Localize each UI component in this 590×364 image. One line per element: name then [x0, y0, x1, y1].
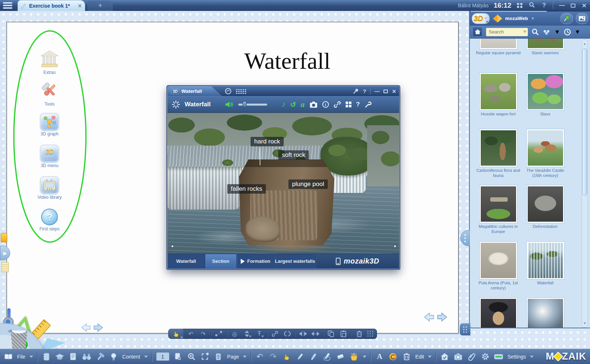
align-top-icon[interactable]: Ŧ: [255, 330, 264, 338]
viewer-tab-formation[interactable]: Formation: [237, 254, 275, 268]
pin-panel-button[interactable]: [560, 13, 573, 24]
gear-icon[interactable]: [480, 352, 490, 361]
file-menu-dropdown-icon[interactable]: [30, 356, 33, 358]
apps-grid-icon[interactable]: [516, 3, 523, 8]
media-item-thumbnail[interactable]: [526, 297, 565, 328]
link-icon[interactable]: [334, 101, 341, 108]
pin-icon[interactable]: [353, 88, 359, 94]
media-item[interactable]: Slavic warriors: [522, 39, 569, 56]
volume-slider-thumb[interactable]: [243, 101, 247, 107]
hammer-tool-icon[interactable]: [95, 352, 105, 361]
pen-holder-dropdown-icon[interactable]: [363, 356, 366, 358]
homework-icon[interactable]: [440, 352, 449, 361]
media-item[interactable]: Pula Arena (Pula, 1st century): [475, 241, 522, 290]
media-item-thumbnail[interactable]: [479, 39, 518, 50]
attachment-icon[interactable]: [467, 352, 476, 361]
media-item-thumbnail[interactable]: [526, 39, 565, 50]
next-page-arrow[interactable]: [93, 323, 103, 333]
redo-icon[interactable]: ↷: [198, 330, 208, 338]
highlighter-tool-icon[interactable]: [322, 352, 332, 361]
redo-icon[interactable]: ↷: [268, 352, 278, 361]
copy-icon[interactable]: [326, 330, 336, 338]
launcher-item-3d-menu[interactable]: 3D• • • 3D menu: [28, 145, 71, 168]
media-item[interactable]: Megalithic cultures in Europe: [475, 185, 522, 234]
settings-menu-dropdown-icon[interactable]: [530, 356, 534, 358]
labels-toggle-icon[interactable]: a: [301, 100, 305, 109]
community-dropdown-icon[interactable]: ▼: [554, 29, 560, 35]
paste-icon[interactable]: [339, 330, 348, 338]
mozaik-content-icon[interactable]: [388, 352, 398, 361]
document-tab[interactable]: Exercise book 1* ✕: [17, 0, 85, 11]
viewer-titlebar[interactable]: 3D Waterfall ? — ✕: [168, 86, 399, 96]
file-menu[interactable]: File: [17, 354, 25, 360]
pen-tool-icon[interactable]: [295, 352, 305, 361]
source-dropdown-icon[interactable]: ▼: [531, 16, 535, 20]
settings-menu[interactable]: Settings: [507, 354, 526, 360]
content-menu[interactable]: Content: [122, 354, 140, 360]
scroll-up-icon[interactable]: ▲: [582, 40, 587, 47]
undo-icon[interactable]: ↶: [186, 330, 196, 338]
community-icon[interactable]: [542, 28, 551, 36]
panel-corner-grip[interactable]: [460, 323, 471, 336]
arrange-vertical-icon[interactable]: [242, 330, 252, 338]
viewer-minimize-icon[interactable]: —: [374, 88, 379, 94]
history-dropdown-icon[interactable]: ▼: [575, 29, 581, 35]
media-scrollbar[interactable]: ▲ ▼: [582, 39, 588, 328]
media-item-thumbnail[interactable]: [479, 185, 518, 223]
add-page-icon[interactable]: [173, 352, 183, 361]
trash-icon[interactable]: [402, 352, 411, 361]
scene-nav-dot[interactable]: [393, 245, 397, 248]
media-item-thumbnail[interactable]: [526, 72, 565, 111]
text-tool[interactable]: A: [375, 352, 384, 361]
close-app-icon[interactable]: ✕: [581, 2, 588, 9]
search-scope-dropdown-icon[interactable]: [523, 31, 527, 33]
ungroup-icon[interactable]: [283, 330, 292, 338]
booklet-icon[interactable]: [42, 352, 51, 361]
globe-icon[interactable]: [225, 88, 231, 94]
media-item-thumbnail[interactable]: [479, 129, 518, 167]
scrollbar-thumb[interactable]: [582, 48, 587, 195]
viewer-tab-largest-waterfalls[interactable]: Largest waterfalls: [275, 254, 316, 268]
prev-page-arrow[interactable]: [424, 312, 434, 323]
views-grid-icon[interactable]: [346, 102, 351, 107]
viewer-close-icon[interactable]: ✕: [392, 88, 396, 94]
sticker-widget[interactable]: [1, 233, 7, 242]
notepad-widget[interactable]: [1, 262, 9, 272]
info-icon[interactable]: i: [322, 101, 329, 108]
launcher-item-3d-graph[interactable]: 3D graph: [28, 113, 71, 136]
media-item-thumbnail[interactable]: [479, 241, 518, 280]
media-item[interactable]: Hussite wagon fort: [475, 72, 522, 117]
media-item[interactable]: Slavs: [522, 72, 569, 117]
lightbulb-icon[interactable]: [109, 352, 118, 361]
restore-window-icon[interactable]: [571, 4, 575, 8]
next-page-arrow[interactable]: [437, 312, 448, 323]
viewer-toolbar-help-icon[interactable]: ?: [356, 101, 360, 108]
viewer-tab-section[interactable]: Section: [205, 254, 237, 268]
volume-slider[interactable]: [238, 103, 267, 106]
presentation-device-icon[interactable]: [494, 352, 503, 361]
launcher-item-first-steps[interactable]: ? First steps: [28, 209, 71, 232]
reset-rotation-icon[interactable]: ↺: [290, 100, 296, 109]
group-link-icon[interactable]: [270, 330, 280, 338]
source-switch-icon[interactable]: [493, 15, 502, 23]
image-view-button[interactable]: [576, 13, 588, 24]
media-item[interactable]: Carboniferous flora and fauna: [475, 129, 522, 178]
media-item-thumbnail[interactable]: [526, 185, 565, 223]
distribute-icon[interactable]: [311, 330, 320, 338]
media-item[interactable]: Regular square pyramid: [475, 39, 522, 56]
content-menu-dropdown-icon[interactable]: [144, 356, 148, 358]
media-item-thumbnail[interactable]: [479, 72, 518, 111]
drag-dots-icon[interactable]: [236, 89, 247, 94]
prev-page-arrow[interactable]: [81, 323, 91, 333]
history-clock-icon[interactable]: [563, 28, 571, 36]
marker-tool-icon[interactable]: [309, 352, 318, 361]
scroll-down-icon[interactable]: ▼: [582, 320, 587, 327]
eraser-tool-icon[interactable]: [336, 352, 345, 361]
minimize-icon[interactable]: —: [558, 2, 566, 9]
viewer-tab-waterfall[interactable]: Waterfall: [168, 254, 205, 268]
scene-nav-dot[interactable]: [171, 245, 174, 248]
media-item-thumbnail[interactable]: [479, 297, 518, 328]
media-item[interactable]: The Varaždin Castle (16th century): [522, 129, 569, 178]
settings-wrench-icon[interactable]: [365, 101, 372, 108]
music-icon[interactable]: ♪: [282, 100, 286, 108]
